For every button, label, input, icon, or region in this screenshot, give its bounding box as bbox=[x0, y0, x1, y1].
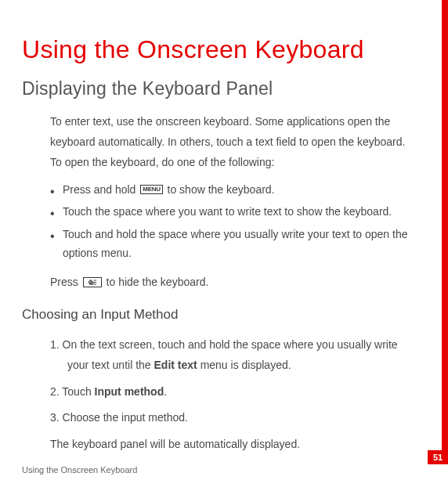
bold-text: Edit text bbox=[154, 359, 197, 371]
bold-text: Input method bbox=[95, 385, 164, 398]
step-continuation: your text until the Edit text menu is di… bbox=[67, 355, 426, 376]
list-item: 2. Touch Input method. bbox=[50, 382, 426, 402]
bullet-item: Touch the space where you want to write … bbox=[50, 203, 426, 222]
bullet-item: Touch and hold the space where you usual… bbox=[50, 226, 426, 263]
bullet-item: Press and hold MENU to show the keyboard… bbox=[50, 181, 426, 200]
footer-text: Using the Onscreen Keyboard bbox=[22, 465, 137, 475]
bullet-text: Press and hold bbox=[63, 183, 139, 196]
step-number: 3. bbox=[50, 411, 60, 424]
bullet-text: Touch and hold the space where you usual… bbox=[63, 228, 408, 259]
text-fragment: . bbox=[164, 385, 167, 398]
step-text: On the text screen, touch and hold the s… bbox=[63, 338, 398, 351]
closing-paragraph: The keyboard panel will be automatically… bbox=[50, 435, 418, 455]
section-heading-choosing: Choosing an Input Method bbox=[22, 307, 426, 323]
step-number: 1. bbox=[50, 338, 60, 351]
text-fragment: Touch bbox=[62, 385, 94, 398]
ordered-list: 1. On the text screen, touch and hold th… bbox=[50, 335, 426, 429]
home-icon bbox=[83, 277, 102, 287]
text-fragment: your text until the bbox=[67, 359, 154, 371]
menu-icon: MENU bbox=[140, 185, 162, 194]
text-fragment: to hide the keyboard. bbox=[103, 276, 209, 288]
page-title: Using the Onscreen Keyboard bbox=[22, 35, 426, 64]
bullet-text: to show the keyboard. bbox=[164, 183, 275, 196]
hide-keyboard-text: Press to hide the keyboard. bbox=[50, 272, 418, 293]
text-fragment: menu is displayed. bbox=[197, 359, 291, 371]
bullet-text: Touch the space where you want to write … bbox=[63, 205, 392, 218]
text-fragment: Press bbox=[50, 276, 81, 288]
step-number: 2. bbox=[50, 385, 60, 398]
bullet-list: Press and hold MENU to show the keyboard… bbox=[50, 181, 426, 263]
step-text: Choose the input method. bbox=[63, 411, 188, 424]
list-item: 1. On the text screen, touch and hold th… bbox=[50, 335, 426, 376]
section-heading-displaying: Displaying the Keyboard Panel bbox=[22, 78, 426, 99]
list-item: 3. Choose the input method. bbox=[50, 408, 426, 428]
intro-paragraph: To enter text, use the onscreen keyboard… bbox=[50, 112, 418, 173]
page-content: Using the Onscreen Keyboard Displaying t… bbox=[0, 0, 448, 498]
